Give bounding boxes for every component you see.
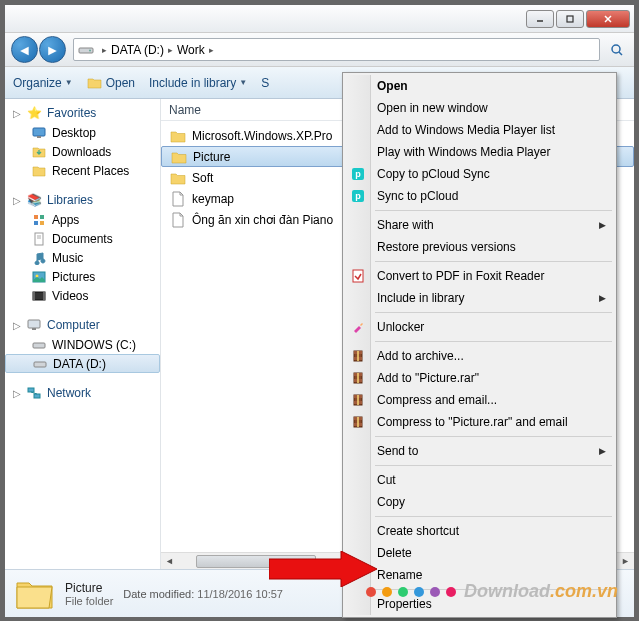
context-menu-item[interactable]: Restore previous versions xyxy=(345,236,614,258)
details-name: Picture xyxy=(65,581,113,595)
context-menu-separator xyxy=(375,589,612,590)
context-menu-label: Compress to "Picture.rar" and email xyxy=(377,415,568,429)
context-menu-label: Add to archive... xyxy=(377,349,464,363)
back-button[interactable]: ◄ xyxy=(11,36,38,63)
svg-rect-21 xyxy=(43,292,45,300)
context-menu-label: Delete xyxy=(377,546,412,560)
svg-rect-1 xyxy=(567,16,573,22)
organize-menu[interactable]: Organize ▼ xyxy=(13,76,73,90)
context-menu-item[interactable]: Include in library▶ xyxy=(345,287,614,309)
details-type: File folder xyxy=(65,595,113,607)
context-menu-item[interactable]: pSync to pCloud xyxy=(345,185,614,207)
breadcrumb-drive[interactable]: DATA (D:) xyxy=(111,43,164,57)
sidebar-item-data-d[interactable]: DATA (D:) xyxy=(5,354,160,373)
folder-icon xyxy=(170,149,188,165)
context-menu-item[interactable]: pCopy to pCloud Sync xyxy=(345,163,614,185)
submenu-arrow-icon: ▶ xyxy=(599,446,606,456)
context-menu-label: Copy xyxy=(377,495,405,509)
file-name: Soft xyxy=(192,171,213,185)
context-menu-item[interactable]: Convert to PDF in Foxit Reader xyxy=(345,265,614,287)
context-menu-label: Rename xyxy=(377,568,422,582)
svg-rect-13 xyxy=(40,221,44,225)
include-in-library-menu[interactable]: Include in library ▼ xyxy=(149,76,247,90)
context-menu-item[interactable]: Compress and email... xyxy=(345,389,614,411)
context-menu-separator xyxy=(375,261,612,262)
file-name: Microsoft.Windows.XP.Pro xyxy=(192,129,333,143)
context-menu-item[interactable]: Open xyxy=(345,75,614,97)
context-menu-label: Copy to pCloud Sync xyxy=(377,167,490,181)
recent-icon xyxy=(31,163,47,179)
sidebar-item-pictures[interactable]: Pictures xyxy=(5,267,160,286)
context-menu-label: Open xyxy=(377,79,408,93)
context-menu-item[interactable]: Add to "Picture.rar" xyxy=(345,367,614,389)
close-button[interactable] xyxy=(586,10,630,28)
context-menu-item[interactable]: Open in new window xyxy=(345,97,614,119)
context-menu-label: Add to "Picture.rar" xyxy=(377,371,479,385)
computer-icon xyxy=(26,317,42,333)
sidebar-favorites-header[interactable]: ▷⭐Favorites xyxy=(5,103,160,123)
open-button[interactable]: Open xyxy=(87,75,135,91)
context-menu-label: Open in new window xyxy=(377,101,488,115)
sidebar-item-apps[interactable]: Apps xyxy=(5,210,160,229)
context-menu-item[interactable]: Copy xyxy=(345,491,614,513)
svg-rect-33 xyxy=(353,270,363,282)
sidebar-libraries-header[interactable]: ▷📚Libraries xyxy=(5,190,160,210)
svg-rect-14 xyxy=(35,233,43,245)
sidebar-network-header[interactable]: ▷Network xyxy=(5,383,160,403)
context-menu-label: Properties xyxy=(377,597,432,611)
context-menu-item[interactable]: Share with▶ xyxy=(345,214,614,236)
sidebar-item-windows-c[interactable]: WINDOWS (C:) xyxy=(5,335,160,354)
sidebar-computer-header[interactable]: ▷Computer xyxy=(5,315,160,335)
context-menu-separator xyxy=(375,210,612,211)
breadcrumb-folder[interactable]: Work xyxy=(177,43,205,57)
address-bar[interactable]: ▸ DATA (D:) ▸ Work ▸ xyxy=(73,38,600,61)
sidebar-item-desktop[interactable]: Desktop xyxy=(5,123,160,142)
scroll-left-arrow[interactable]: ◄ xyxy=(161,553,178,570)
submenu-arrow-icon: ▶ xyxy=(599,293,606,303)
forward-button[interactable]: ► xyxy=(39,36,66,63)
context-menu-item[interactable]: Cut xyxy=(345,469,614,491)
rar-icon xyxy=(350,414,366,430)
context-menu-item[interactable]: Properties xyxy=(345,593,614,615)
svg-line-7 xyxy=(619,52,622,55)
minimize-button[interactable] xyxy=(526,10,554,28)
context-menu-item[interactable]: Delete xyxy=(345,542,614,564)
breadcrumb-sep: ▸ xyxy=(168,45,173,55)
context-menu-label: Create shortcut xyxy=(377,524,459,538)
titlebar xyxy=(5,5,634,33)
documents-icon xyxy=(31,231,47,247)
file-icon xyxy=(169,191,187,207)
context-menu-label: Compress and email... xyxy=(377,393,497,407)
context-menu-item[interactable]: Unlocker xyxy=(345,316,614,338)
svg-marker-50 xyxy=(269,551,377,587)
context-menu-label: Send to xyxy=(377,444,418,458)
context-menu-label: Cut xyxy=(377,473,396,487)
drive-icon xyxy=(32,356,48,372)
search-icon[interactable] xyxy=(606,39,628,61)
context-menu-item[interactable]: Create shortcut xyxy=(345,520,614,542)
sidebar-item-videos[interactable]: Videos xyxy=(5,286,160,305)
context-menu-item[interactable]: Play with Windows Media Player xyxy=(345,141,614,163)
context-menu-item[interactable]: Add to Windows Media Player list xyxy=(345,119,614,141)
context-menu-item[interactable]: Add to archive... xyxy=(345,345,614,367)
drive-icon xyxy=(31,337,47,353)
svg-rect-12 xyxy=(34,221,38,225)
context-menu-item[interactable]: Compress to "Picture.rar" and email xyxy=(345,411,614,433)
toolbar-item-partial[interactable]: S xyxy=(261,76,269,90)
sidebar-item-recent[interactable]: Recent Places xyxy=(5,161,160,180)
context-menu-item[interactable]: Rename xyxy=(345,564,614,586)
context-menu-item[interactable]: Send to▶ xyxy=(345,440,614,462)
svg-rect-24 xyxy=(33,343,45,348)
rar-icon xyxy=(350,348,366,364)
scroll-right-arrow[interactable]: ► xyxy=(617,553,634,570)
breadcrumb-sep: ▸ xyxy=(209,45,214,55)
sidebar-item-documents[interactable]: Documents xyxy=(5,229,160,248)
folder-icon xyxy=(169,128,187,144)
navbar: ◄ ► ▸ DATA (D:) ▸ Work ▸ xyxy=(5,33,634,67)
context-menu-separator xyxy=(375,465,612,466)
download-icon xyxy=(31,144,47,160)
maximize-button[interactable] xyxy=(556,10,584,28)
sidebar-item-downloads[interactable]: Downloads xyxy=(5,142,160,161)
sidebar-item-music[interactable]: Music xyxy=(5,248,160,267)
pcloud-icon: p xyxy=(350,188,366,204)
